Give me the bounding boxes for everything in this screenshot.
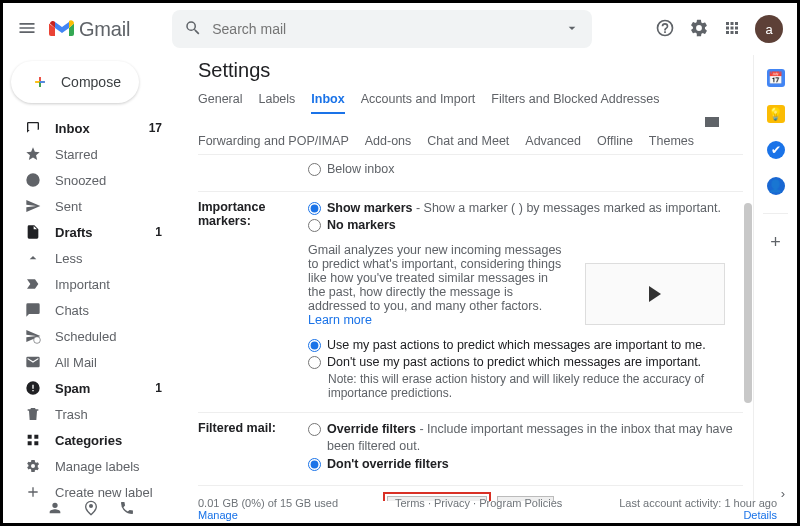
- sidebar-item-trash[interactable]: Trash: [3, 401, 178, 427]
- settings-tabs: GeneralLabelsInboxAccounts and ImportFil…: [198, 92, 743, 155]
- play-icon: [649, 286, 661, 302]
- tab-add-ons[interactable]: Add-ons: [365, 134, 412, 154]
- label-below-inbox: Below inbox: [327, 161, 394, 179]
- radio-show-markers[interactable]: [308, 202, 321, 215]
- search-input[interactable]: [212, 21, 564, 37]
- calendar-icon[interactable]: 📅: [767, 69, 785, 87]
- tab-advanced[interactable]: Advanced: [525, 134, 581, 154]
- phone-footer-icon[interactable]: [119, 500, 135, 518]
- radio-below-inbox[interactable]: [308, 163, 321, 176]
- text-show-desc: - Show a marker ( ) by messages marked a…: [412, 201, 720, 215]
- app-name: Gmail: [79, 18, 130, 41]
- tab-inbox[interactable]: Inbox: [311, 92, 344, 114]
- menu-icon[interactable]: [17, 18, 37, 41]
- scheduled-icon: [25, 328, 41, 344]
- contacts-icon[interactable]: 👤: [767, 177, 785, 195]
- sidebar-item-label: Sent: [55, 199, 82, 214]
- importance-video-thumb[interactable]: [585, 263, 725, 325]
- label-filtered: Filtered mail:: [198, 421, 308, 435]
- apps-icon[interactable]: [723, 19, 741, 40]
- radio-no-markers[interactable]: [308, 219, 321, 232]
- radio-override-filters[interactable]: [308, 423, 321, 436]
- compose-button[interactable]: Compose: [11, 61, 139, 103]
- sidebar-item-label: Less: [55, 251, 82, 266]
- account-avatar[interactable]: a: [755, 15, 783, 43]
- chats-icon: [25, 302, 41, 318]
- sidebar-item-snoozed[interactable]: Snoozed: [3, 167, 178, 193]
- tasks-icon[interactable]: ✔: [767, 141, 785, 159]
- sidebar-item-count: 1: [155, 225, 162, 239]
- page-title: Settings: [198, 59, 743, 82]
- sidebar-item-all-mail[interactable]: All Mail: [3, 349, 178, 375]
- sidebar-item-inbox[interactable]: Inbox17: [3, 115, 178, 141]
- link-learn-more[interactable]: Learn more: [308, 313, 372, 327]
- inbox-icon: [25, 120, 41, 136]
- sidebar-item-label: Trash: [55, 407, 88, 422]
- radio-dont-override[interactable]: [308, 458, 321, 471]
- side-panel: 📅 💡 ✔ 👤 +: [753, 55, 797, 501]
- link-activity-details[interactable]: Details: [743, 509, 777, 521]
- sidebar-item-label: Chats: [55, 303, 89, 318]
- sidebar-item-label: Categories: [55, 433, 122, 448]
- svg-point-0: [34, 337, 41, 344]
- text-no-past: Don't use my past actions to predict whi…: [327, 354, 701, 372]
- sidebar-item-less[interactable]: Less: [3, 245, 178, 271]
- text-importance-explain: Gmail analyzes your new incoming message…: [308, 243, 562, 313]
- sidebar-item-important[interactable]: Important: [3, 271, 178, 297]
- sidebar-item-sent[interactable]: Sent: [3, 193, 178, 219]
- sidebar-item-scheduled[interactable]: Scheduled: [3, 323, 178, 349]
- sidebar-item-chats[interactable]: Chats: [3, 297, 178, 323]
- link-manage-storage[interactable]: Manage: [198, 509, 238, 521]
- support-icon[interactable]: [655, 18, 675, 41]
- tab-accounts-and-import[interactable]: Accounts and Import: [361, 92, 476, 114]
- sidebar: Compose Inbox17StarredSnoozedSentDrafts1…: [3, 55, 178, 501]
- settings-icon[interactable]: [689, 18, 709, 41]
- spam-icon: [25, 380, 41, 396]
- snoozed-icon: [25, 172, 41, 188]
- sidebar-item-label: Drafts: [55, 225, 93, 240]
- spaces-footer-icon[interactable]: [83, 500, 99, 518]
- sidebar-item-label: Spam: [55, 381, 90, 396]
- tab-forwarding-and-pop-imap[interactable]: Forwarding and POP/IMAP: [198, 134, 349, 154]
- contacts-footer-icon[interactable]: [47, 500, 63, 518]
- text-importance-note: Note: this will erase action history and…: [328, 372, 743, 400]
- radio-use-past[interactable]: [308, 339, 321, 352]
- text-no-markers: No markers: [327, 217, 396, 235]
- tab-offline[interactable]: Offline: [597, 134, 633, 154]
- sidebar-item-count: 17: [149, 121, 162, 135]
- sidebar-item-label: Manage labels: [55, 459, 140, 474]
- starred-icon: [25, 146, 41, 162]
- less-icon: [25, 250, 41, 266]
- footer-links[interactable]: Terms · Privacy · Program Policies: [395, 497, 562, 521]
- sidebar-item-drafts[interactable]: Drafts1: [3, 219, 178, 245]
- sent-icon: [25, 198, 41, 214]
- text-storage: 0.01 GB (0%) of 15 GB used: [198, 497, 338, 509]
- manage-labels-icon: [25, 458, 41, 474]
- scrollbar-thumb[interactable]: [744, 203, 752, 403]
- tab-general[interactable]: General: [198, 92, 242, 114]
- text-override: Override filters: [327, 422, 416, 436]
- tab-themes[interactable]: Themes: [649, 134, 694, 154]
- tab-labels[interactable]: Labels: [258, 92, 295, 114]
- text-use-past: Use my past actions to predict which mes…: [327, 337, 706, 355]
- svg-point-1: [89, 504, 93, 508]
- sidebar-item-starred[interactable]: Starred: [3, 141, 178, 167]
- sidebar-item-manage-labels[interactable]: Manage labels: [3, 453, 178, 479]
- sidebar-item-label: Inbox: [55, 121, 90, 136]
- tab-filters-and-blocked-addresses[interactable]: Filters and Blocked Addresses: [491, 92, 659, 114]
- sidebar-item-spam[interactable]: Spam1: [3, 375, 178, 401]
- drafts-icon: [25, 224, 41, 240]
- sidebar-item-categories[interactable]: Categories: [3, 427, 178, 453]
- radio-no-past[interactable]: [308, 356, 321, 369]
- sidebar-item-label: Snoozed: [55, 173, 106, 188]
- search-icon: [184, 19, 202, 40]
- addons-plus-icon[interactable]: +: [770, 232, 781, 253]
- settings-content: Settings GeneralLabelsInboxAccounts and …: [178, 55, 753, 501]
- keep-icon[interactable]: 💡: [767, 105, 785, 123]
- search-bar[interactable]: [172, 10, 592, 48]
- input-type-toggle[interactable]: [705, 117, 719, 127]
- sidebar-item-label: Starred: [55, 147, 98, 162]
- gmail-logo[interactable]: Gmail: [49, 18, 130, 41]
- tab-chat-and-meet[interactable]: Chat and Meet: [427, 134, 509, 154]
- search-options-icon[interactable]: [564, 20, 580, 39]
